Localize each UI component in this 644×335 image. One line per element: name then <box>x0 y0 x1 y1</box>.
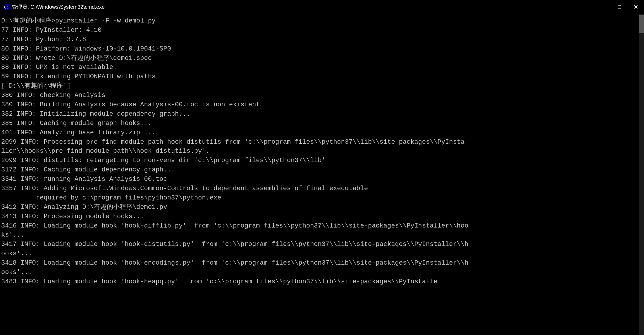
window-title: 管理员: C:\Windows\System32\cmd.exe <box>12 4 105 11</box>
scrollbar-thumb[interactable] <box>639 15 644 33</box>
title-bar: C:\ 管理员: C:\Windows\System32\cmd.exe ─ □… <box>0 0 644 14</box>
svg-text:C:\: C:\ <box>4 5 9 9</box>
terminal-line: 3416 INFO: Loading module hook 'hook-dif… <box>1 221 643 231</box>
terminal-line: 401 INFO: Analyzing base_library.zip ... <box>1 128 643 138</box>
terminal-line: ooks'... <box>1 268 643 277</box>
terminal-line: 80 INFO: Platform: Windows-10-10.0.19041… <box>1 44 643 54</box>
terminal-line: 2099 INFO: distutils: retargeting to non… <box>1 156 643 165</box>
terminal-line: 3357 INFO: Adding Microsoft.Windows.Comm… <box>1 184 643 193</box>
title-bar-left: C:\ 管理员: C:\Windows\System32\cmd.exe <box>4 4 105 11</box>
terminal-line: ['D:\\有趣的小程序'] <box>1 81 643 91</box>
terminal-line: 382 INFO: Initializing module dependency… <box>1 110 643 119</box>
terminal-line: 380 INFO: Building Analysis because Anal… <box>1 100 643 110</box>
terminal-line: 3418 INFO: Loading module hook 'hook-enc… <box>1 258 643 268</box>
terminal-line: ks'... <box>1 230 643 240</box>
title-bar-controls: ─ □ ✕ <box>598 2 640 12</box>
terminal-line: D:\有趣的小程序>pyinstaller -F -w demo1.py <box>1 16 643 26</box>
close-button[interactable]: ✕ <box>631 2 640 12</box>
terminal-line: 3413 INFO: Processing module hooks... <box>1 212 643 221</box>
terminal-line: 77 INFO: PyInstaller: 4.10 <box>1 26 643 35</box>
terminal-line: 88 INFO: UPX is not available. <box>1 63 643 72</box>
terminal-line: 3341 INFO: running Analysis Analysis-00.… <box>1 175 643 184</box>
terminal-line: required by c:\program files\python37\py… <box>1 193 643 203</box>
terminal-line: 380 INFO: checking Analysis <box>1 91 643 100</box>
terminal-line: 80 INFO: wrote D:\有趣的小程序\demo1.spec <box>1 54 643 63</box>
terminal-line: 3417 INFO: Loading module hook 'hook-dis… <box>1 240 643 249</box>
cmd-icon: C:\ <box>4 4 9 10</box>
minimize-button[interactable]: ─ <box>598 2 608 12</box>
scrollbar[interactable] <box>639 14 644 335</box>
terminal-output: D:\有趣的小程序>pyinstaller -F -w demo1.py77 I… <box>0 14 644 335</box>
terminal-line: 2099 INFO: Processing pre-find module pa… <box>1 138 643 147</box>
terminal-line: 3172 INFO: Caching module dependency gra… <box>1 165 643 175</box>
terminal-line: ooks'... <box>1 249 643 258</box>
terminal-line: ller\\hooks\\pre_find_module_path\\hook-… <box>1 147 643 156</box>
terminal-line: 3412 INFO: Analyzing D:\有趣的小程序\demo1.py <box>1 203 643 212</box>
terminal-line: 385 INFO: Caching module graph hooks... <box>1 119 643 128</box>
maximize-button[interactable]: □ <box>615 2 624 12</box>
cmd-window: C:\ 管理员: C:\Windows\System32\cmd.exe ─ □… <box>0 0 644 335</box>
terminal-line: 77 INFO: Python: 3.7.8 <box>1 35 643 44</box>
terminal-line: 3483 INFO: Loading module hook 'hook-hea… <box>1 277 643 287</box>
terminal-line: 89 INFO: Extending PYTHONPATH with paths <box>1 72 643 81</box>
